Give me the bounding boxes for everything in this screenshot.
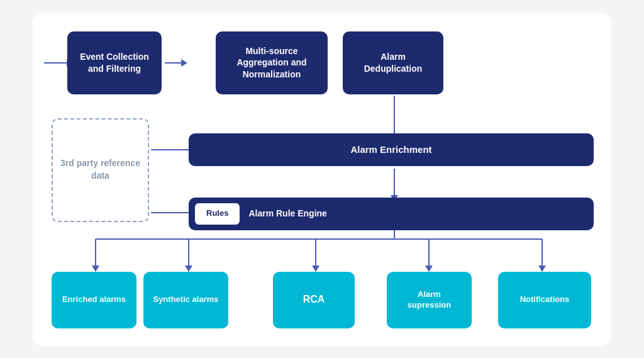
rule-engine-box: Rules Alarm Rule Engine bbox=[189, 198, 594, 230]
enrichment-box: Alarm Enrichment bbox=[189, 133, 594, 166]
rules-sub-box: Rules bbox=[194, 202, 241, 226]
third-party-box: 3rd party reference data bbox=[52, 118, 149, 222]
enriched-alarms-box: Enriched alarms bbox=[52, 272, 136, 328]
alarm-supression-box: Alarm supression bbox=[387, 272, 472, 328]
event-collection-box: Event Collection and Filtering bbox=[67, 31, 162, 94]
synthetic-alarms-box: Synthetic alarms bbox=[143, 272, 228, 328]
svg-marker-21 bbox=[425, 266, 433, 272]
svg-marker-19 bbox=[312, 266, 319, 272]
notifications-box: Notifications bbox=[498, 272, 591, 328]
diagram-container: Event Collection and Filtering Multi-sou… bbox=[33, 13, 611, 346]
svg-marker-23 bbox=[538, 266, 546, 272]
svg-marker-17 bbox=[185, 266, 192, 272]
multisource-box: Multi-source Aggregation and Normalizati… bbox=[216, 31, 328, 94]
deduplication-box: Alarm Deduplication bbox=[343, 31, 443, 94]
rule-engine-label: Alarm Rule Engine bbox=[248, 208, 326, 219]
svg-marker-15 bbox=[92, 266, 99, 272]
rca-box: RCA bbox=[273, 272, 355, 328]
